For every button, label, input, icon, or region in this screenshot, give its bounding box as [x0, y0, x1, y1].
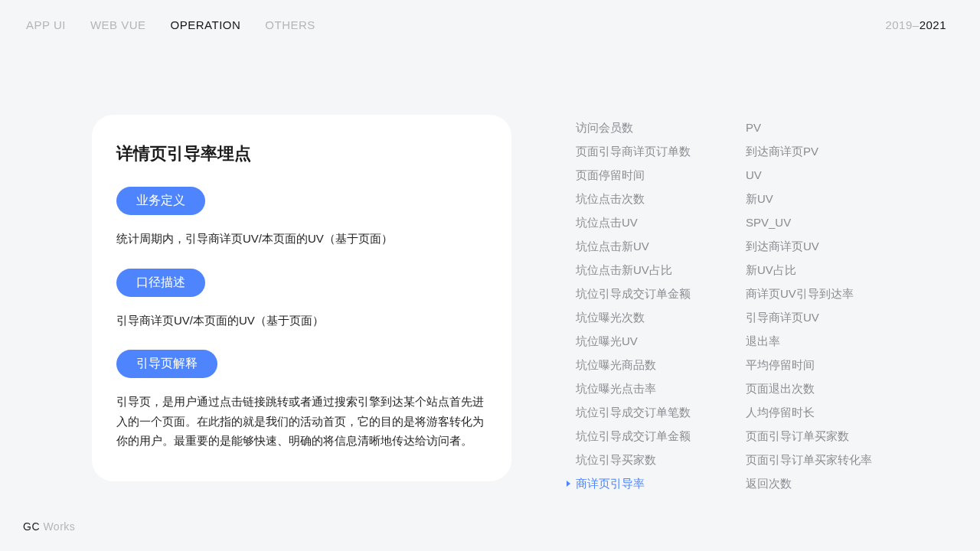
metric-item[interactable]: 坑位引导买家数	[576, 452, 691, 468]
metric-item[interactable]: 新UV	[746, 191, 872, 207]
metric-item[interactable]: UV	[746, 167, 872, 183]
footer-brand: GC Works	[23, 520, 75, 533]
metric-item[interactable]: 人均停留时长	[746, 404, 872, 420]
metric-item[interactable]: 坑位引导成交订单金额	[576, 285, 691, 302]
year-current: 2021	[920, 18, 946, 31]
footer-strong: GC	[23, 520, 40, 533]
metric-item[interactable]: 页面停留时间	[576, 167, 691, 183]
metric-item[interactable]: 坑位引导成交订单金额	[576, 428, 691, 444]
text-business-def: 统计周期内，引导商详页UV/本页面的UV（基于页面）	[116, 229, 487, 249]
metric-item[interactable]: 平均停留时间	[746, 357, 872, 373]
metric-item[interactable]: PV	[746, 119, 872, 135]
metric-item[interactable]: 页面引导订单买家数	[746, 428, 872, 444]
nav-web-vue[interactable]: WEB VUE	[90, 18, 146, 31]
metric-item[interactable]: 坑位曝光次数	[576, 309, 691, 325]
metric-item[interactable]: 坑位曝光点击率	[576, 380, 691, 396]
metric-item[interactable]: SPV_UV	[746, 214, 872, 230]
metric-item[interactable]: 坑位点击新UV占比	[576, 262, 691, 278]
metrics-col-1: 访问会员数页面引导商详页订单数页面停留时间坑位点击次数坑位点击UV坑位点击新UV…	[576, 119, 691, 491]
metric-item[interactable]: 页面引导商详页订单数	[576, 143, 691, 159]
nav-operation[interactable]: OPERATION	[171, 18, 241, 31]
pill-caliber: 口径描述	[116, 269, 205, 297]
metric-item[interactable]: 引导商详页UV	[746, 309, 872, 325]
metric-item[interactable]: 商详页引导率	[576, 475, 691, 491]
metrics-col-2: PV到达商详页PVUV新UVSPV_UV到达商详页UV新UV占比商详页UV引导到…	[746, 119, 872, 491]
metric-item[interactable]: 坑位曝光商品数	[576, 357, 691, 373]
footer-weak: Works	[40, 520, 75, 533]
metric-item[interactable]: 坑位点击次数	[576, 191, 691, 207]
detail-card: 详情页引导率埋点 业务定义 统计周期内，引导商详页UV/本页面的UV（基于页面）…	[92, 115, 511, 481]
metric-item[interactable]: 坑位引导成交订单笔数	[576, 404, 691, 420]
metric-item[interactable]: 访问会员数	[576, 119, 691, 135]
text-landing-explain: 引导页，是用户通过点击链接跳转或者通过搜索引擎到达某个站点首先进入的一个页面。在…	[116, 392, 487, 451]
metric-item[interactable]: 坑位点击新UV	[576, 238, 691, 254]
top-nav: APP UI WEB VUE OPERATION OTHERS	[26, 18, 315, 31]
metric-item[interactable]: 页面退出次数	[746, 380, 872, 396]
metric-item[interactable]: 坑位曝光UV	[576, 333, 691, 349]
year-range: 2019–2021	[885, 18, 946, 31]
nav-app-ui[interactable]: APP UI	[26, 18, 66, 31]
nav-others[interactable]: OTHERS	[265, 18, 315, 31]
metric-item[interactable]: 坑位点击UV	[576, 214, 691, 230]
metric-item[interactable]: 退出率	[746, 333, 872, 349]
metric-item[interactable]: 商详页UV引导到达率	[746, 285, 872, 302]
card-title: 详情页引导率埋点	[116, 142, 487, 165]
year-prefix: 2019–	[885, 18, 919, 31]
metric-item[interactable]: 新UV占比	[746, 262, 872, 278]
pill-business-def: 业务定义	[116, 187, 205, 215]
pill-landing-explain: 引导页解释	[116, 350, 217, 378]
metric-item[interactable]: 返回次数	[746, 475, 872, 491]
metrics-panel: 访问会员数页面引导商详页订单数页面停留时间坑位点击次数坑位点击UV坑位点击新UV…	[576, 119, 872, 491]
metric-item[interactable]: 到达商详页UV	[746, 238, 872, 254]
metric-item[interactable]: 到达商详页PV	[746, 143, 872, 159]
metric-item[interactable]: 页面引导订单买家转化率	[746, 452, 872, 468]
text-caliber: 引导商详页UV/本页面的UV（基于页面）	[116, 311, 487, 331]
